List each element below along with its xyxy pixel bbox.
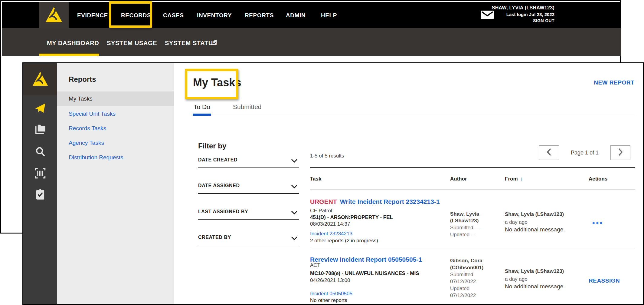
filter-underline <box>198 245 299 245</box>
app-side-rail <box>23 63 57 304</box>
menu-item-special-unit-tasks[interactable]: Special Unit Tasks <box>69 110 116 118</box>
row-divider <box>310 248 635 248</box>
from-time: a day ago <box>505 276 528 282</box>
sign-out-link[interactable]: SIGN OUT <box>492 18 554 24</box>
chevron-down-icon[interactable] <box>291 158 298 162</box>
incident-link[interactable]: Incident 05050505 <box>310 291 352 297</box>
results-count: 1-5 of 5 results <box>310 153 344 159</box>
new-report-button[interactable]: NEW REPORT <box>594 79 634 86</box>
author-updated: Updated — <box>450 232 476 238</box>
from-message: No additional message. <box>505 283 565 290</box>
chevron-down-icon[interactable] <box>291 210 298 214</box>
nav-item-inventory[interactable]: INVENTORY <box>197 12 232 19</box>
send-reports-icon[interactable] <box>34 102 46 114</box>
task-row-title: Rereview Incident Report 05050505-1 <box>310 256 422 263</box>
table-header-rule <box>310 190 635 190</box>
axon-logo-icon <box>45 6 63 24</box>
subnav-item-system-status[interactable]: SYSTEM STATUS <box>165 40 217 47</box>
author-name: Shaw, Lyvia <box>450 211 479 217</box>
reassign-button[interactable]: REASSIGN <box>589 277 620 284</box>
folders-icon[interactable] <box>34 123 46 135</box>
nav-item-reports[interactable]: REPORTS <box>245 12 274 19</box>
from-time: a day ago <box>505 219 528 225</box>
column-header-author: Author <box>450 176 467 182</box>
chevron-right-icon <box>618 148 623 157</box>
next-page-button[interactable] <box>610 145 630 160</box>
column-header-actions: Actions <box>589 176 607 182</box>
from-message: No additional message. <box>505 226 565 233</box>
rail-logo-tile[interactable] <box>23 63 57 95</box>
filter-underline <box>198 193 299 194</box>
subnav-item-my-dashboard[interactable]: MY DASHBOARD <box>47 40 99 47</box>
column-header-from[interactable]: From↓ <box>505 176 523 182</box>
menu-item-agency-tasks[interactable]: Agency Tasks <box>69 139 104 147</box>
task-datetime: 04/26/2021 13:00 <box>310 277 350 283</box>
app-logo-tile[interactable] <box>39 2 69 28</box>
urgent-badge: URGENT <box>310 198 337 205</box>
task-cell-divider <box>310 285 345 285</box>
incident-link[interactable]: Incident 23234213 <box>310 231 352 237</box>
filter-underline <box>198 167 299 168</box>
column-header-task: Task <box>310 176 322 182</box>
subnav-item-system-usage[interactable]: SYSTEM USAGE <box>107 40 157 47</box>
menu-item-records-tasks[interactable]: Records Tasks <box>69 125 106 132</box>
filter-date-created[interactable]: DATE CREATED <box>198 157 237 163</box>
task-unit: ACT <box>310 262 320 268</box>
row-actions-menu-button[interactable]: ••• <box>592 219 603 227</box>
from-name: Shaw, Lyvia (LShaw123) <box>505 268 564 274</box>
task-unit: CE Patrol <box>310 208 332 214</box>
filter-heading: Filter by <box>198 142 226 150</box>
filter-last-assigned-by[interactable]: LAST ASSIGNED BY <box>198 209 248 214</box>
author-submitted: Submitted — <box>450 225 480 231</box>
filter-date-assigned[interactable]: DATE ASSIGNED <box>198 183 240 188</box>
clipboard-check-icon[interactable] <box>34 189 46 200</box>
active-tab-underline <box>193 114 211 116</box>
other-reports: No other reports <box>310 297 347 303</box>
menu-item-distribution-requests[interactable]: Distribution Requests <box>69 154 123 161</box>
tab-to-do[interactable]: To Do <box>194 103 210 111</box>
task-row-title: URGENTWrite Incident Report 23234213-1 <box>310 198 440 205</box>
search-icon[interactable] <box>34 146 46 157</box>
menu-item-label: My Tasks <box>69 91 93 106</box>
nav-item-evidence[interactable]: EVIDENCE <box>77 12 108 19</box>
nav-item-records[interactable]: RECORDS <box>121 12 151 19</box>
nav-item-admin[interactable]: ADMIN <box>286 12 306 19</box>
table-top-rule <box>310 167 635 168</box>
author-name: Gibson, Cora <box>450 258 482 264</box>
task-cell-divider <box>310 228 345 228</box>
nav-item-help[interactable]: HELP <box>321 12 337 19</box>
task-title-link[interactable]: Rereview Incident Report 05050505-1 <box>310 256 422 263</box>
task-title-link[interactable]: Write Incident Report 23234213-1 <box>340 198 440 205</box>
page-title: My Tasks <box>193 76 241 89</box>
user-name: SHAW, LYVIA (LSHAW123) <box>492 5 554 11</box>
nav-item-cases[interactable]: CASES <box>163 12 184 19</box>
author-updated-label: Updated <box>450 286 469 292</box>
task-offense: 451(D) - ARSON:PROPERTY - FEL <box>310 214 393 220</box>
filter-underline <box>198 219 299 220</box>
tab-divider <box>193 116 635 116</box>
task-datetime: 08/03/2021 14:37 <box>310 221 350 227</box>
task-offense: MC10-708(e) - UNLAWFUL NUISANCES - MIS <box>310 270 419 277</box>
last-login: Last login Jul 28, 2022 <box>492 11 554 18</box>
author-submitted-date: 07/12/2022 <box>450 279 476 285</box>
active-subnav-underline <box>39 54 99 56</box>
chevron-left-icon <box>547 148 551 157</box>
tab-submitted[interactable]: Submitted <box>233 103 262 111</box>
previous-page-button[interactable] <box>539 145 559 160</box>
screen: EVIDENCE RECORDS CASES INVENTORY REPORTS… <box>0 0 644 305</box>
author-updated-date: 07/12/2022 <box>450 293 476 299</box>
chevron-down-icon[interactable] <box>291 236 298 240</box>
page-indicator: Page 1 of 1 <box>559 150 610 156</box>
axon-logo-icon <box>32 71 48 88</box>
reports-menu-title: Reports <box>69 75 96 84</box>
sort-descending-icon[interactable]: ↓ <box>520 176 523 182</box>
column-header-from-label: From <box>505 176 518 182</box>
chevron-down-icon[interactable] <box>291 184 298 188</box>
menu-item-my-tasks[interactable]: My Tasks <box>57 91 174 106</box>
other-reports: 2 other reports (2 in progress) <box>310 238 378 244</box>
author-id: (LShaw123) <box>450 218 479 224</box>
author-submitted-label: Submitted <box>450 272 473 278</box>
filter-created-by[interactable]: CREATED BY <box>198 235 231 240</box>
from-name: Shaw, Lyvia (LShaw123) <box>505 211 564 217</box>
barcode-scan-icon[interactable] <box>34 167 46 179</box>
